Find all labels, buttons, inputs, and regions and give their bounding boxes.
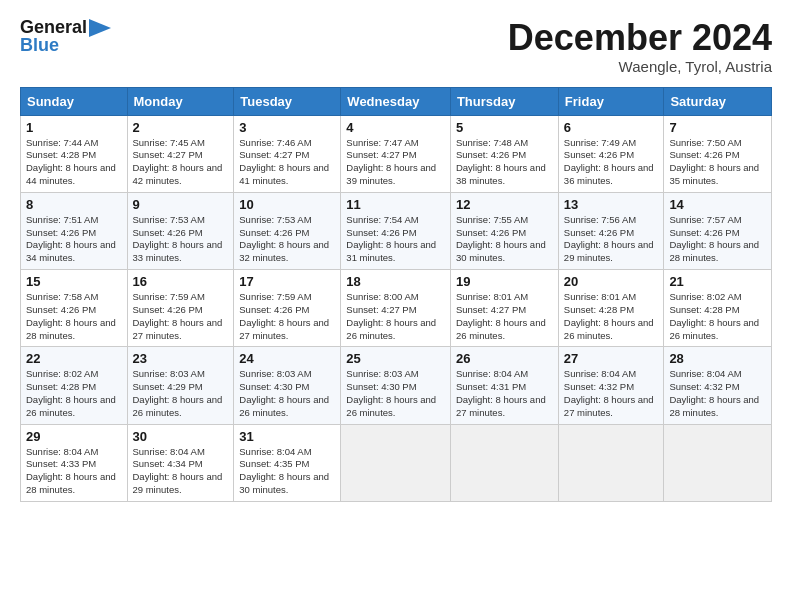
day-info: Sunrise: 8:04 AM Sunset: 4:34 PM Dayligh… (133, 446, 229, 497)
logo-text-blue: Blue (20, 36, 59, 56)
day-info: Sunrise: 7:57 AM Sunset: 4:26 PM Dayligh… (669, 214, 766, 265)
calendar-row: 15 Sunrise: 7:58 AM Sunset: 4:26 PM Dayl… (21, 270, 772, 347)
day-number: 13 (564, 197, 659, 212)
day-info: Sunrise: 7:59 AM Sunset: 4:26 PM Dayligh… (239, 291, 335, 342)
day-number: 18 (346, 274, 445, 289)
calendar-cell (450, 424, 558, 501)
day-number: 16 (133, 274, 229, 289)
day-info: Sunrise: 7:50 AM Sunset: 4:26 PM Dayligh… (669, 137, 766, 188)
day-number: 4 (346, 120, 445, 135)
day-info: Sunrise: 7:53 AM Sunset: 4:26 PM Dayligh… (133, 214, 229, 265)
day-info: Sunrise: 8:04 AM Sunset: 4:35 PM Dayligh… (239, 446, 335, 497)
header-monday: Monday (127, 87, 234, 115)
logo: General Blue (20, 18, 111, 56)
day-number: 17 (239, 274, 335, 289)
calendar-cell: 2 Sunrise: 7:45 AM Sunset: 4:27 PM Dayli… (127, 115, 234, 192)
day-info: Sunrise: 7:54 AM Sunset: 4:26 PM Dayligh… (346, 214, 445, 265)
day-info: Sunrise: 7:56 AM Sunset: 4:26 PM Dayligh… (564, 214, 659, 265)
calendar-cell (558, 424, 664, 501)
day-number: 14 (669, 197, 766, 212)
calendar-row: 8 Sunrise: 7:51 AM Sunset: 4:26 PM Dayli… (21, 192, 772, 269)
calendar-cell: 19 Sunrise: 8:01 AM Sunset: 4:27 PM Dayl… (450, 270, 558, 347)
calendar-row: 22 Sunrise: 8:02 AM Sunset: 4:28 PM Dayl… (21, 347, 772, 424)
calendar-cell: 17 Sunrise: 7:59 AM Sunset: 4:26 PM Dayl… (234, 270, 341, 347)
day-number: 30 (133, 429, 229, 444)
calendar-cell: 3 Sunrise: 7:46 AM Sunset: 4:27 PM Dayli… (234, 115, 341, 192)
calendar-cell: 1 Sunrise: 7:44 AM Sunset: 4:28 PM Dayli… (21, 115, 128, 192)
day-number: 5 (456, 120, 553, 135)
calendar-cell: 15 Sunrise: 7:58 AM Sunset: 4:26 PM Dayl… (21, 270, 128, 347)
day-info: Sunrise: 7:48 AM Sunset: 4:26 PM Dayligh… (456, 137, 553, 188)
header-friday: Friday (558, 87, 664, 115)
svg-marker-0 (89, 19, 111, 37)
calendar-cell: 24 Sunrise: 8:03 AM Sunset: 4:30 PM Dayl… (234, 347, 341, 424)
day-info: Sunrise: 7:55 AM Sunset: 4:26 PM Dayligh… (456, 214, 553, 265)
calendar-cell: 23 Sunrise: 8:03 AM Sunset: 4:29 PM Dayl… (127, 347, 234, 424)
day-number: 2 (133, 120, 229, 135)
day-number: 23 (133, 351, 229, 366)
day-number: 24 (239, 351, 335, 366)
calendar-cell: 13 Sunrise: 7:56 AM Sunset: 4:26 PM Dayl… (558, 192, 664, 269)
day-number: 11 (346, 197, 445, 212)
day-number: 19 (456, 274, 553, 289)
day-info: Sunrise: 7:45 AM Sunset: 4:27 PM Dayligh… (133, 137, 229, 188)
day-info: Sunrise: 8:03 AM Sunset: 4:30 PM Dayligh… (346, 368, 445, 419)
day-number: 10 (239, 197, 335, 212)
weekday-header-row: Sunday Monday Tuesday Wednesday Thursday… (21, 87, 772, 115)
calendar-cell: 26 Sunrise: 8:04 AM Sunset: 4:31 PM Dayl… (450, 347, 558, 424)
calendar-cell: 4 Sunrise: 7:47 AM Sunset: 4:27 PM Dayli… (341, 115, 451, 192)
page: General Blue December 2024 Waengle, Tyro… (0, 0, 792, 612)
day-info: Sunrise: 8:04 AM Sunset: 4:32 PM Dayligh… (564, 368, 659, 419)
day-info: Sunrise: 7:47 AM Sunset: 4:27 PM Dayligh… (346, 137, 445, 188)
day-number: 28 (669, 351, 766, 366)
day-number: 27 (564, 351, 659, 366)
calendar-cell: 14 Sunrise: 7:57 AM Sunset: 4:26 PM Dayl… (664, 192, 772, 269)
calendar-row: 29 Sunrise: 8:04 AM Sunset: 4:33 PM Dayl… (21, 424, 772, 501)
day-info: Sunrise: 8:01 AM Sunset: 4:28 PM Dayligh… (564, 291, 659, 342)
day-info: Sunrise: 7:59 AM Sunset: 4:26 PM Dayligh… (133, 291, 229, 342)
day-info: Sunrise: 7:44 AM Sunset: 4:28 PM Dayligh… (26, 137, 122, 188)
day-info: Sunrise: 7:46 AM Sunset: 4:27 PM Dayligh… (239, 137, 335, 188)
day-number: 31 (239, 429, 335, 444)
header: General Blue December 2024 Waengle, Tyro… (20, 18, 772, 75)
day-info: Sunrise: 7:51 AM Sunset: 4:26 PM Dayligh… (26, 214, 122, 265)
calendar-cell: 6 Sunrise: 7:49 AM Sunset: 4:26 PM Dayli… (558, 115, 664, 192)
day-number: 25 (346, 351, 445, 366)
calendar-cell: 20 Sunrise: 8:01 AM Sunset: 4:28 PM Dayl… (558, 270, 664, 347)
day-number: 6 (564, 120, 659, 135)
header-thursday: Thursday (450, 87, 558, 115)
day-number: 22 (26, 351, 122, 366)
calendar-cell (341, 424, 451, 501)
header-wednesday: Wednesday (341, 87, 451, 115)
day-info: Sunrise: 8:00 AM Sunset: 4:27 PM Dayligh… (346, 291, 445, 342)
day-info: Sunrise: 7:53 AM Sunset: 4:26 PM Dayligh… (239, 214, 335, 265)
day-info: Sunrise: 7:49 AM Sunset: 4:26 PM Dayligh… (564, 137, 659, 188)
calendar-cell: 5 Sunrise: 7:48 AM Sunset: 4:26 PM Dayli… (450, 115, 558, 192)
calendar-cell: 7 Sunrise: 7:50 AM Sunset: 4:26 PM Dayli… (664, 115, 772, 192)
day-number: 3 (239, 120, 335, 135)
day-number: 8 (26, 197, 122, 212)
day-number: 9 (133, 197, 229, 212)
calendar-cell: 30 Sunrise: 8:04 AM Sunset: 4:34 PM Dayl… (127, 424, 234, 501)
day-info: Sunrise: 8:04 AM Sunset: 4:33 PM Dayligh… (26, 446, 122, 497)
calendar-cell: 22 Sunrise: 8:02 AM Sunset: 4:28 PM Dayl… (21, 347, 128, 424)
title-block: December 2024 Waengle, Tyrol, Austria (508, 18, 772, 75)
calendar-cell: 28 Sunrise: 8:04 AM Sunset: 4:32 PM Dayl… (664, 347, 772, 424)
calendar-cell: 25 Sunrise: 8:03 AM Sunset: 4:30 PM Dayl… (341, 347, 451, 424)
calendar: Sunday Monday Tuesday Wednesday Thursday… (20, 87, 772, 502)
calendar-cell: 16 Sunrise: 7:59 AM Sunset: 4:26 PM Dayl… (127, 270, 234, 347)
month-title: December 2024 (508, 18, 772, 58)
day-info: Sunrise: 8:04 AM Sunset: 4:31 PM Dayligh… (456, 368, 553, 419)
header-tuesday: Tuesday (234, 87, 341, 115)
day-number: 20 (564, 274, 659, 289)
calendar-cell: 11 Sunrise: 7:54 AM Sunset: 4:26 PM Dayl… (341, 192, 451, 269)
header-saturday: Saturday (664, 87, 772, 115)
calendar-cell: 31 Sunrise: 8:04 AM Sunset: 4:35 PM Dayl… (234, 424, 341, 501)
calendar-row: 1 Sunrise: 7:44 AM Sunset: 4:28 PM Dayli… (21, 115, 772, 192)
day-info: Sunrise: 8:03 AM Sunset: 4:29 PM Dayligh… (133, 368, 229, 419)
day-info: Sunrise: 8:02 AM Sunset: 4:28 PM Dayligh… (669, 291, 766, 342)
day-number: 15 (26, 274, 122, 289)
day-number: 29 (26, 429, 122, 444)
logo-arrow-icon (89, 19, 111, 37)
calendar-cell: 29 Sunrise: 8:04 AM Sunset: 4:33 PM Dayl… (21, 424, 128, 501)
